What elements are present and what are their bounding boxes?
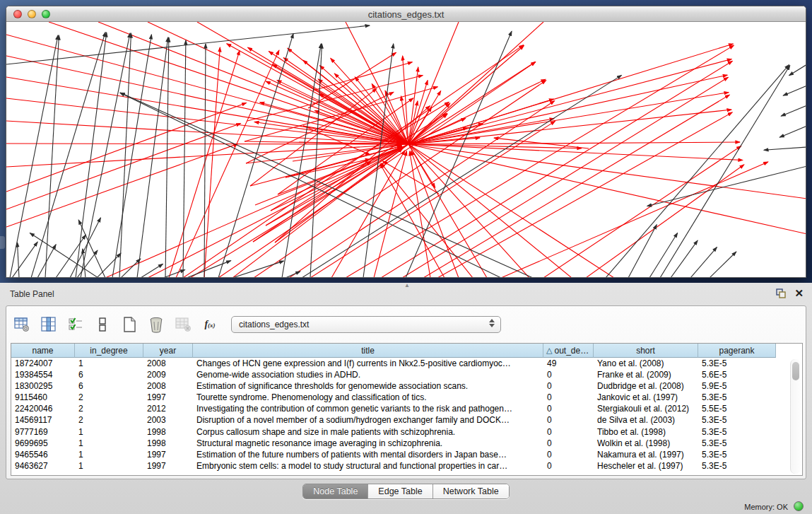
table-cell[interactable]: Genome-wide association studies in ADHD. [193, 369, 543, 380]
table-cell[interactable]: 1997 [143, 449, 193, 460]
column-header-year[interactable]: year [143, 344, 193, 358]
table-row[interactable]: 1456911722003Disruption of a novel membe… [11, 414, 802, 426]
float-window-icon[interactable] [776, 288, 786, 298]
table-cell[interactable]: Nakamura et al. (1997) [594, 449, 698, 460]
column-header-short[interactable]: short [594, 344, 698, 358]
table-cell[interactable]: 0 [543, 369, 594, 380]
table-cell[interactable]: 2 [75, 414, 143, 426]
table-cell[interactable]: 1998 [143, 438, 193, 449]
table-cell[interactable]: Estimation of the future numbers of pati… [193, 449, 543, 460]
column-select-icon[interactable] [39, 315, 59, 334]
table-cell[interactable]: Franke et al. (2009) [594, 369, 698, 380]
rows-icon[interactable] [93, 315, 112, 334]
table-cell[interactable]: 5.3E-5 [698, 426, 776, 438]
table-cell[interactable]: 5.3E-5 [698, 438, 776, 449]
table-cell[interactable]: Jankovic et al. (1997) [594, 392, 698, 403]
table-cell[interactable]: 5.3E-5 [698, 449, 776, 460]
network-graph[interactable] [6, 22, 806, 277]
table-row[interactable]: 977716911998Corpus callosum shape and si… [11, 426, 802, 438]
table-cell[interactable]: Yano et al. (2008) [594, 358, 698, 369]
table-cell[interactable]: Tibbo et al. (1998) [594, 426, 698, 438]
table-cell[interactable]: 1 [75, 358, 143, 369]
table-cell[interactable]: Wolkin et al. (1998) [594, 438, 698, 449]
table-cell[interactable]: 22420046 [11, 403, 75, 414]
table-cell[interactable]: 2003 [143, 414, 193, 426]
table-cell[interactable]: 1 [75, 449, 143, 460]
table-cell[interactable]: 1 [75, 426, 143, 438]
checklist-icon[interactable] [66, 315, 86, 334]
table-cell[interactable]: 19384554 [11, 369, 75, 380]
table-cell[interactable]: 1998 [143, 426, 193, 438]
scrollbar-thumb[interactable] [792, 362, 799, 380]
table-cell[interactable]: 0 [543, 392, 594, 403]
tab-node-table[interactable]: Node Table [303, 484, 368, 498]
table-cell[interactable]: 49 [543, 358, 594, 369]
table-cell[interactable]: 0 [543, 380, 594, 392]
column-header-name[interactable]: name [11, 344, 75, 358]
table-cell[interactable]: 9465546 [11, 449, 75, 460]
table-row[interactable]: 1938455462009Genome-wide association stu… [11, 369, 802, 380]
table-row[interactable]: 1830029562008Estimation of significance … [11, 380, 802, 392]
new-document-icon[interactable] [119, 315, 139, 334]
table-cell[interactable]: 2008 [143, 380, 193, 392]
function-icon[interactable]: f(x) [200, 315, 220, 334]
table-cell[interactable]: Corpus callosum shape and size in male p… [193, 426, 543, 438]
vertical-scrollbar[interactable] [790, 359, 801, 474]
column-header-title[interactable]: title [193, 344, 543, 358]
table-cell[interactable]: Hescheler et al. (1997) [594, 460, 698, 472]
table-row[interactable]: 946554611997Estimation of the future num… [11, 449, 802, 460]
table-cell[interactable]: de Silva et al. (2003) [594, 414, 698, 426]
table-cell[interactable]: Changes of HCN gene expression and I(f) … [193, 358, 543, 369]
table-cell[interactable]: 2 [75, 392, 143, 403]
network-window-titlebar[interactable]: citations_edges.txt [6, 6, 806, 22]
table-cell[interactable]: Dudbridge et al. (2008) [594, 380, 698, 392]
tab-network-table[interactable]: Network Table [433, 484, 509, 498]
table-cell[interactable]: 2 [75, 403, 143, 414]
table-body[interactable]: 1872400712008Changes of HCN gene express… [11, 358, 802, 472]
tab-edge-table[interactable]: Edge Table [368, 484, 433, 498]
column-header-in_degree[interactable]: in_degree [75, 344, 143, 358]
table-cell[interactable]: 0 [543, 438, 594, 449]
column-header-out_de[interactable]: △out_de… [543, 344, 594, 358]
column-header-pagerank[interactable]: pagerank [698, 344, 776, 358]
table-cell[interactable]: 0 [543, 426, 594, 438]
table-row[interactable]: 911546021997Tourette syndrome. Phenomeno… [11, 392, 802, 403]
table-row[interactable]: 969969511998Structural magnetic resonanc… [11, 438, 802, 449]
table-row[interactable]: 1872400712008Changes of HCN gene express… [11, 358, 802, 369]
table-cell[interactable]: 9699695 [11, 438, 75, 449]
table-cell[interactable]: 0 [543, 403, 594, 414]
table-cell[interactable]: Estimation of significance thresholds fo… [193, 380, 543, 392]
table-cell[interactable]: 5.5E-5 [698, 403, 776, 414]
table-cell[interactable]: 0 [543, 449, 594, 460]
table-row[interactable]: 2242004622012Investigating the contribut… [11, 403, 802, 414]
table-cell[interactable]: 1997 [143, 392, 193, 403]
table-cell[interactable]: 9115460 [11, 392, 75, 403]
table-cell[interactable]: 2008 [143, 358, 193, 369]
table-row[interactable]: 946362711997Embryonic stem cells: a mode… [11, 460, 802, 472]
table-cell[interactable]: 1 [75, 438, 143, 449]
table-cell[interactable]: 18300295 [11, 380, 75, 392]
table-cell[interactable]: 2012 [143, 403, 193, 414]
close-icon[interactable]: ✕ [794, 288, 804, 299]
table-cell[interactable]: 6 [75, 380, 143, 392]
table-cell[interactable]: 5.9E-5 [698, 380, 776, 392]
table-cell[interactable]: 9777169 [11, 426, 75, 438]
table-cell[interactable]: 0 [543, 414, 594, 426]
network-canvas-area[interactable] [6, 22, 806, 277]
table-cell[interactable]: 0 [543, 460, 594, 472]
table-cell[interactable]: Disruption of a novel member of a sodium… [193, 414, 543, 426]
collapsed-panel-notch[interactable] [0, 236, 5, 249]
table-cell[interactable]: Tourette syndrome. Phenomenology and cla… [193, 392, 543, 403]
table-cell[interactable]: 2009 [143, 369, 193, 380]
table-cell[interactable]: 1997 [143, 460, 193, 472]
table-cell[interactable]: 5.6E-5 [698, 369, 776, 380]
table-cell[interactable]: Investigating the contribution of common… [193, 403, 543, 414]
table-cell[interactable]: Structural magnetic resonance image aver… [193, 438, 543, 449]
table-cell[interactable]: Stergiakouli et al. (2012) [594, 403, 698, 414]
table-cell[interactable]: 5.3E-5 [698, 358, 776, 369]
table-cell[interactable]: 5.3E-5 [698, 460, 776, 472]
table-settings-icon[interactable] [12, 315, 32, 334]
table-cell[interactable]: 18724007 [11, 358, 75, 369]
table-cell[interactable]: 6 [75, 369, 143, 380]
table-selector-combo[interactable]: citations_edges.txt [231, 316, 501, 333]
